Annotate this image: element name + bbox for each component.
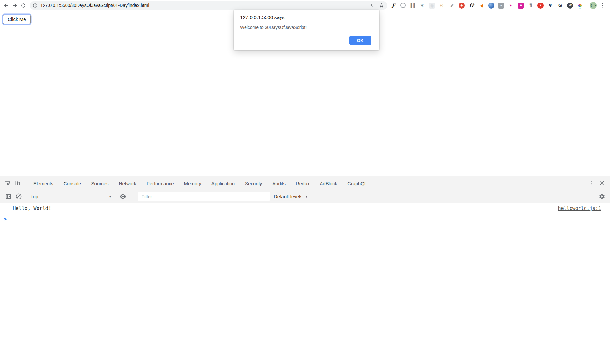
log-levels-dropdown[interactable]: Default levels ▼ — [274, 194, 308, 199]
navy-heart-extension-icon[interactable]: ♥ — [547, 3, 553, 9]
click-me-button[interactable]: Click Me — [3, 15, 31, 24]
red-bookmark-extension-icon[interactable]: ▼ — [537, 3, 544, 9]
zoom-icon[interactable] — [369, 3, 374, 8]
url-bar[interactable]: 127.0.0.1:5500/30DaysOfJavaScript/01-Day… — [30, 1, 387, 10]
console-prompt[interactable]: > — [0, 214, 610, 222]
console-settings-button[interactable] — [597, 192, 607, 201]
forward-button[interactable] — [10, 1, 19, 10]
context-label: top — [31, 194, 38, 199]
divider — [116, 193, 116, 200]
console-message-row: Hello, World!helloworld.js:1 — [0, 203, 610, 214]
inspect-element-button[interactable] — [2, 178, 12, 188]
site-info-icon[interactable] — [33, 3, 38, 8]
tab-console[interactable]: Console — [59, 176, 86, 191]
alert-dialog: 127.0.0.1:5500 says Welcome to 30DaysOfJ… — [234, 10, 379, 50]
chevron-down-icon: ▼ — [305, 195, 308, 198]
rainbow-ring-extension-icon[interactable] — [577, 3, 583, 9]
pink-gear-extension-icon[interactable]: ✱ — [518, 3, 524, 9]
devtools-tabs: ElementsConsoleSourcesNetworkPerformance… — [28, 176, 372, 190]
tab-adblock[interactable]: AdBlock — [315, 176, 342, 191]
megaphone-extension-icon[interactable]: ◀ — [478, 3, 484, 9]
javascript-context-dropdown[interactable]: top ▼ — [27, 194, 114, 199]
f-question-extension-icon[interactable]: f? — [468, 3, 475, 9]
dark-w-extension-icon[interactable]: W — [567, 3, 573, 9]
kebab-menu-icon — [588, 180, 595, 186]
kebab-menu-icon — [600, 3, 606, 8]
browser-menu-button[interactable] — [599, 1, 607, 10]
tab-graphql[interactable]: GraphQL — [342, 176, 372, 191]
devtools-tab-bar: ElementsConsoleSourcesNetworkPerformance… — [0, 176, 610, 190]
eye-icon — [120, 193, 126, 200]
toolbar-divider — [586, 3, 586, 8]
console-filter-input[interactable] — [138, 192, 270, 201]
devtools-close-button[interactable] — [597, 178, 607, 188]
divider — [595, 193, 595, 200]
url-text[interactable]: 127.0.0.1:5500/30DaysOfJavaScript/01-Day… — [40, 3, 369, 8]
console-sidebar-toggle-button[interactable] — [3, 192, 13, 201]
log-levels-label: Default levels — [274, 194, 302, 199]
dialog-title: 127.0.0.1:5500 says — [240, 15, 373, 20]
device-icon — [14, 180, 21, 186]
graphql-extension-icon[interactable]: ✶ — [508, 3, 514, 9]
back-arrow-icon — [3, 3, 9, 9]
gear-icon — [599, 193, 605, 200]
console-source-link[interactable]: helloworld.js:1 — [558, 206, 601, 211]
tab-network[interactable]: Network — [114, 176, 142, 191]
faded-grid-extension-icon[interactable]: ◉ — [429, 3, 435, 9]
tab-performance[interactable]: Performance — [142, 176, 179, 191]
tab-security[interactable]: Security — [240, 176, 267, 191]
block-icon — [15, 193, 22, 200]
tab-audits[interactable]: Audits — [267, 176, 291, 191]
browser-window: 127.0.0.1:5500/30DaysOfJavaScript/01-Day… — [0, 0, 610, 364]
back-button[interactable] — [2, 1, 10, 10]
device-toolbar-button[interactable] — [12, 178, 22, 188]
paren-dash-extension-icon[interactable]: (-) — [439, 3, 445, 9]
tab-application[interactable]: Application — [206, 176, 240, 191]
ok-button[interactable]: OK — [349, 36, 371, 45]
bug-extension-icon[interactable]: ✱ — [419, 3, 425, 9]
tab-sources[interactable]: Sources — [86, 176, 114, 191]
bookmark-star-icon[interactable] — [379, 3, 384, 8]
tab-redux[interactable]: Redux — [291, 176, 315, 191]
inspect-cursor-icon — [4, 180, 10, 186]
red-hand-extension-icon[interactable]: ✦ — [459, 3, 465, 9]
corner-blocks-extension-icon[interactable]: ▜ — [528, 3, 534, 9]
eyedropper-extension-icon[interactable]: ✎ — [449, 3, 455, 9]
clear-console-button[interactable] — [13, 192, 24, 201]
fonts-ninja-extension-icon[interactable]: Ƒ — [391, 3, 397, 9]
tab-memory[interactable]: Memory — [179, 176, 206, 191]
dialog-message: Welcome to 30DaysOfJavaScript! — [240, 25, 373, 30]
divider — [24, 179, 24, 187]
live-expression-button[interactable] — [118, 192, 128, 201]
sidebar-panel-icon — [5, 193, 12, 200]
split-bars-extension-icon[interactable]: ▌▐ — [409, 3, 415, 9]
forward-arrow-icon — [12, 3, 18, 9]
console-output: Hello, World!helloworld.js:1 — [0, 203, 610, 214]
devtools-panel: ElementsConsoleSourcesNetworkPerformance… — [0, 176, 610, 364]
chevron-down-icon: ▼ — [109, 195, 112, 198]
gray-dial-extension-icon[interactable] — [400, 3, 406, 8]
devtools-menu-button[interactable] — [586, 178, 597, 188]
reload-icon — [20, 3, 26, 9]
extensions-row: Ƒ▌▐✱◉(-)✎✦f?◀●✶✱▜▼♥GW — [391, 3, 583, 9]
divider — [25, 193, 25, 200]
camera-extension-icon[interactable]: ● — [498, 3, 504, 9]
console-message-text: Hello, World! — [13, 206, 51, 211]
reload-button[interactable] — [19, 1, 28, 10]
black-g-extension-icon[interactable]: G — [557, 3, 563, 9]
close-icon — [599, 180, 605, 186]
divider — [585, 179, 585, 187]
profile-avatar[interactable]: { } — [590, 2, 597, 9]
prompt-chevron-icon: > — [4, 216, 7, 222]
console-toolbar: top ▼ Default levels ▼ — [0, 190, 610, 203]
blue-orb-extension-icon[interactable] — [488, 3, 494, 9]
tab-elements[interactable]: Elements — [28, 176, 59, 191]
